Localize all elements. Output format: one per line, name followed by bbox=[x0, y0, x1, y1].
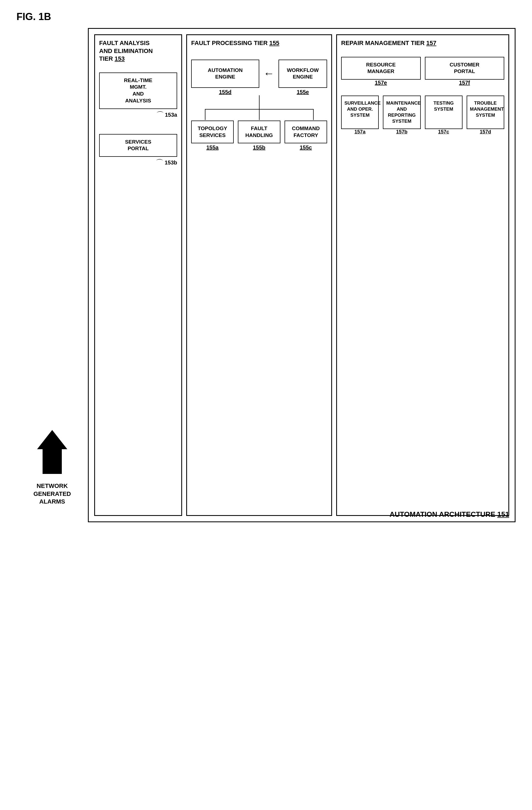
module-testing-system: TESTINGSYSTEM bbox=[425, 96, 463, 129]
module-topology-services: TOPOLOGYSERVICES bbox=[191, 120, 234, 143]
repair-bottom-row: SURVEILLANCEAND OPER.SYSTEM 157a MAINTEN… bbox=[341, 96, 504, 135]
module-command-factory: COMMANDFACTORY bbox=[285, 120, 327, 143]
workflow-engine-label: 155e bbox=[296, 89, 309, 95]
arrow-left-icon: ← bbox=[263, 68, 274, 79]
repair-management-tier-title: REPAIR MANAGEMENT TIER 157 bbox=[341, 39, 504, 47]
fault-analysis-modules: REAL-TIMEMGMT.ANDANALYSIS ⌒ 153a SERVICE… bbox=[99, 72, 177, 168]
module-customer-portal: CUSTOMERPORTAL bbox=[425, 57, 504, 80]
branch-center bbox=[259, 109, 260, 120]
bottom-services-row: TOPOLOGYSERVICES 155a FAULTHANDLING 155b bbox=[191, 120, 327, 151]
fault-handling-label: 155b bbox=[253, 144, 265, 150]
network-alarms-label: NETWORKGENERATEDALARMS bbox=[33, 482, 71, 506]
module-fault-handling: FAULTHANDLING bbox=[238, 120, 280, 143]
module-maintenance: MAINTENANCEAND REPORTINGSYSTEM bbox=[383, 96, 420, 129]
testing-system-label: 157c bbox=[425, 129, 463, 135]
module-trouble-mgmt: TROUBLEMANAGEMENTSYSTEM bbox=[467, 96, 504, 129]
automation-engine-label: 155d bbox=[219, 89, 231, 95]
maintenance-label: 157b bbox=[383, 129, 420, 135]
architecture-number: 151 bbox=[497, 510, 509, 518]
fault-processing-tier-title: FAULT PROCESSING TIER 155 bbox=[191, 39, 327, 47]
repair-top-row: RESOURCEMANAGER 157e CUSTOMERPORTAL 157f bbox=[341, 57, 504, 86]
figure-label: FIG. 1B bbox=[16, 11, 51, 22]
module-services-portal: SERVICESPORTAL bbox=[99, 134, 177, 157]
module-automation-engine: AUTOMATIONENGINE bbox=[191, 60, 259, 88]
fault-analysis-tier: FAULT ANALYSISAND ELIMINATIONTIER 153 RE… bbox=[94, 34, 182, 516]
module-153a-label: 153a bbox=[165, 112, 177, 118]
module-surveillance: SURVEILLANCEAND OPER.SYSTEM bbox=[341, 96, 379, 129]
tree-vertical-line-top bbox=[259, 95, 260, 109]
module-real-time-mgmt: REAL-TIMEMGMT.ANDANALYSIS bbox=[99, 72, 177, 109]
branch-left bbox=[205, 109, 206, 120]
module-153b-label: 153b bbox=[164, 160, 177, 166]
network-alarms-arrow bbox=[37, 430, 67, 474]
fault-processing-tier: FAULT PROCESSING TIER 155 AUTOMATIONENGI… bbox=[186, 34, 332, 516]
trouble-mgmt-label: 157d bbox=[467, 129, 504, 135]
network-alarms-section: NETWORKGENERATEDALARMS bbox=[16, 430, 88, 522]
arrow-body bbox=[43, 449, 62, 474]
fault-processing-tier-number: 155 bbox=[269, 39, 279, 46]
command-factory-label: 155c bbox=[300, 144, 312, 150]
topology-services-label: 155a bbox=[206, 144, 219, 150]
resource-manager-label: 157e bbox=[341, 80, 421, 86]
surveillance-label: 157a bbox=[341, 129, 379, 135]
automation-architecture-box: FAULT ANALYSISAND ELIMINATIONTIER 153 RE… bbox=[88, 28, 516, 522]
top-engines-row: AUTOMATIONENGINE 155d ← WORKFLOWENGINE bbox=[191, 60, 327, 95]
tree-horizontal-bar bbox=[205, 109, 314, 110]
customer-portal-label: 157f bbox=[425, 80, 504, 86]
architecture-label: AUTOMATION ARCHITECTURE 151 bbox=[389, 510, 509, 519]
branch-right bbox=[313, 109, 314, 120]
module-workflow-engine: WORKFLOWENGINE bbox=[278, 60, 327, 88]
fault-analysis-tier-number: 153 bbox=[114, 55, 125, 62]
repair-management-tier-number: 157 bbox=[426, 39, 436, 46]
repair-management-tier: REPAIR MANAGEMENT TIER 157 RESOURCEMANAG… bbox=[336, 34, 509, 516]
module-resource-manager: RESOURCEMANAGER bbox=[341, 57, 421, 80]
tiers-container: FAULT ANALYSISAND ELIMINATIONTIER 153 RE… bbox=[94, 34, 509, 516]
arrow-up-icon bbox=[37, 430, 67, 449]
fault-analysis-tier-title: FAULT ANALYSISAND ELIMINATIONTIER 153 bbox=[99, 39, 177, 63]
